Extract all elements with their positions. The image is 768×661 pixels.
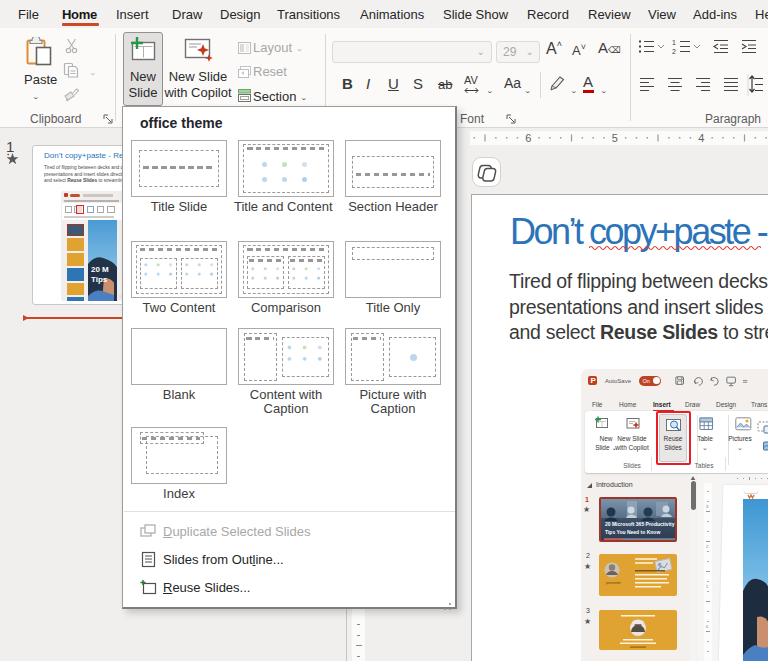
svg-text:3: 3 <box>706 504 709 509</box>
svg-text:2: 2 <box>706 544 709 549</box>
svg-text:4: 4 <box>698 132 704 144</box>
svg-text:Tips: Tips <box>91 275 108 284</box>
svg-text:0: 0 <box>706 624 709 629</box>
svg-text:20 M: 20 M <box>91 265 109 274</box>
svg-text:2: 2 <box>672 48 676 55</box>
svg-text:presenter: presenter <box>606 581 622 585</box>
svg-text:5: 5 <box>612 132 618 144</box>
svg-text:20 Microsoft 365 Productivity: 20 Microsoft 365 Productivity <box>605 521 675 527</box>
svg-text:1: 1 <box>672 39 676 46</box>
svg-text:6: 6 <box>525 132 531 144</box>
svg-text:1: 1 <box>706 584 709 589</box>
svg-text:Tips You Need to Know: Tips You Need to Know <box>605 529 660 535</box>
